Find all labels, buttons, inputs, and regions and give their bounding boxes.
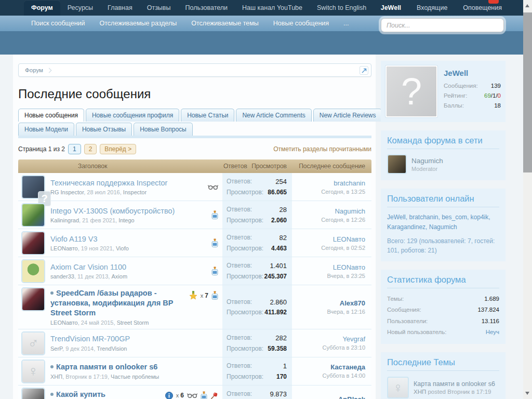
nav-tab-youtube[interactable]: Наш канал YouTube: [235, 0, 310, 16]
page-1-button[interactable]: 1: [68, 144, 81, 154]
avatar[interactable]: ?: [21, 388, 45, 399]
thread-category[interactable]: TrendVision: [97, 345, 127, 352]
thread-category[interactable]: Inspector: [123, 189, 147, 195]
newest-user-link[interactable]: Неуч: [486, 327, 499, 338]
page-2-button[interactable]: 2: [84, 144, 97, 154]
search-input[interactable]: [381, 22, 503, 29]
last-post-time[interactable]: Сегодня, в 13:25: [298, 189, 365, 195]
subnav-watched-threads[interactable]: Отслеживаемые темы: [184, 20, 266, 27]
tab-new-article-comments[interactable]: New Article Comments: [236, 109, 311, 122]
scroll-down-icon[interactable]: [525, 392, 529, 395]
thread-link[interactable]: TrendVision MR-700GP: [50, 335, 130, 343]
breadcrumb-forum-link[interactable]: Форум: [19, 67, 43, 73]
avatar[interactable]: [21, 203, 45, 227]
thread-link[interactable]: Axiom Car Vision 1100: [50, 263, 126, 271]
replies-count: 9.873: [270, 390, 287, 399]
glue-jar-icon: [211, 291, 218, 300]
scrollbar-thumb[interactable]: [523, 12, 532, 172]
table-row: ♂ TrendVision MR-700GP SerP9 дек 2014Tre…: [18, 329, 371, 357]
last-poster-link[interactable]: bratchanin: [298, 179, 365, 187]
thread-author[interactable]: ХНП: [50, 374, 65, 380]
member-name-link[interactable]: Nagumich: [411, 157, 443, 165]
jump-to-bottom-button[interactable]: [360, 66, 368, 75]
thread-category[interactable]: Axiom: [111, 273, 127, 280]
thread-category[interactable]: Street Storm: [117, 320, 149, 326]
tab-new-models[interactable]: Новые Модели: [18, 123, 74, 136]
latest-topic-author[interactable]: ХНП: [414, 389, 426, 395]
tab-new-article-reviews[interactable]: New Article Reviews: [313, 109, 382, 122]
thread-stats: Ответов:1 Просмотров:170: [222, 357, 292, 385]
avatar[interactable]: ♀: [21, 360, 45, 383]
nav-tab-home[interactable]: Главная: [100, 0, 140, 16]
nav-tab-reviews[interactable]: Отзывы: [140, 0, 178, 16]
next-page-button[interactable]: Вперёд >: [100, 144, 136, 154]
nav-tab-users[interactable]: Пользователи: [178, 0, 235, 16]
thread-author[interactable]: LEONавто: [50, 320, 81, 326]
subnav-new-messages[interactable]: Новые сообщения: [266, 20, 336, 27]
inbox-link[interactable]: Входящие: [417, 4, 447, 11]
avatar[interactable]: ♀: [387, 377, 409, 398]
avatar[interactable]: [21, 259, 45, 283]
last-poster-link[interactable]: Кастанеда: [298, 363, 365, 371]
thread-author[interactable]: Kaliningrad: [50, 217, 82, 223]
tab-new-reviews[interactable]: Новые Отзывы: [76, 123, 132, 136]
last-post-time[interactable]: Суббота в 23:10: [298, 344, 365, 351]
online-user-link[interactable]: Nagumich: [429, 223, 457, 231]
last-poster-link[interactable]: AnBlack: [298, 395, 365, 399]
avatar[interactable]: [21, 231, 45, 255]
subnav-more[interactable]: ...: [336, 20, 356, 27]
thread-author[interactable]: RG Inspector: [50, 189, 87, 195]
avatar[interactable]: ?: [21, 175, 45, 199]
tab-new-articles[interactable]: Новые Статьи: [181, 109, 234, 122]
avatar[interactable]: ♂: [21, 331, 45, 355]
last-post-time[interactable]: Вчера, в 23:25: [298, 273, 365, 279]
tab-new-profile-messages[interactable]: Новые сообщения профиля: [86, 109, 179, 122]
online-user-link[interactable]: bratchanin: [409, 214, 442, 221]
online-user-link[interactable]: JeWell: [387, 214, 409, 221]
thread-link[interactable]: Viofo A119 V3: [50, 235, 98, 243]
online-user-link[interactable]: Karagandinez: [387, 223, 429, 231]
last-post-time[interactable]: Сегодня, в 02:52: [298, 245, 365, 251]
online-user-link[interactable]: bes_com: [442, 214, 470, 221]
thread-link[interactable]: Какой купить видеорегистратор часть 2: [50, 390, 149, 399]
thread-link[interactable]: SpeedCam /базы радаров - установка, моди…: [50, 289, 173, 317]
thread-link[interactable]: Техническая поддержка Inspector: [50, 179, 167, 187]
avatar[interactable]: [387, 154, 407, 174]
alerts-link[interactable]: Оповещения: [463, 4, 502, 11]
nav-tab-switch-english[interactable]: Switch to English: [310, 0, 374, 16]
last-poster-link[interactable]: Yevgraf: [298, 335, 365, 343]
avatar[interactable]: [21, 287, 45, 311]
online-user-link[interactable]: kop4ik: [471, 214, 490, 221]
subnav-watched-forums[interactable]: Отслеживаемые разделы: [92, 20, 184, 27]
scroll-up-icon[interactable]: [525, 4, 529, 7]
tab-new-messages[interactable]: Новые сообщения: [18, 109, 84, 122]
last-poster-link[interactable]: Alex870: [298, 299, 365, 307]
alert-badge[interactable]: [488, 0, 499, 4]
breadcrumb-chevron-icon: [46, 68, 51, 73]
last-poster-link[interactable]: Nagumich: [298, 207, 365, 215]
nav-tab-resources[interactable]: Ресурсы: [60, 0, 100, 16]
thread-author[interactable]: SerP: [50, 345, 65, 352]
thread-author[interactable]: sander33: [50, 273, 77, 280]
thread-author[interactable]: LEONавто: [50, 245, 81, 251]
account-username-link[interactable]: JeWell: [381, 4, 401, 11]
mark-forums-read-link[interactable]: Отметить разделы прочитанными: [273, 145, 371, 153]
last-post-time[interactable]: Сегодня, в 12:26: [298, 217, 365, 223]
nav-tab-forum[interactable]: Форум: [24, 0, 60, 16]
thread-category[interactable]: Viofo: [116, 245, 129, 251]
last-poster-link[interactable]: LEONавто: [298, 263, 365, 271]
last-poster-link[interactable]: LEONавто: [298, 235, 365, 243]
profile-avatar[interactable]: ?: [385, 65, 437, 117]
latest-topic-link[interactable]: Карта памяти в onlooker s6: [414, 380, 495, 388]
page-scrollbar[interactable]: [523, 0, 532, 399]
thread-link[interactable]: Карта памяти в onlooker s6: [56, 363, 157, 371]
last-post-time[interactable]: Суббота в 14:00: [298, 373, 365, 379]
subnav-search-messages[interactable]: Поиск сообщений: [24, 20, 92, 27]
profile-username-link[interactable]: JeWell: [444, 69, 501, 77]
tab-new-questions[interactable]: Новые Вопросы: [134, 123, 193, 136]
thread-category[interactable]: Частые проблемы: [111, 374, 159, 380]
thread-link[interactable]: Intego VX-1300S (комбоустройство): [50, 207, 175, 215]
thread-category[interactable]: Intego: [118, 217, 135, 223]
last-post-time[interactable]: Вчера, в 12:16: [298, 309, 365, 315]
female-symbol-icon: ♀: [393, 380, 403, 396]
